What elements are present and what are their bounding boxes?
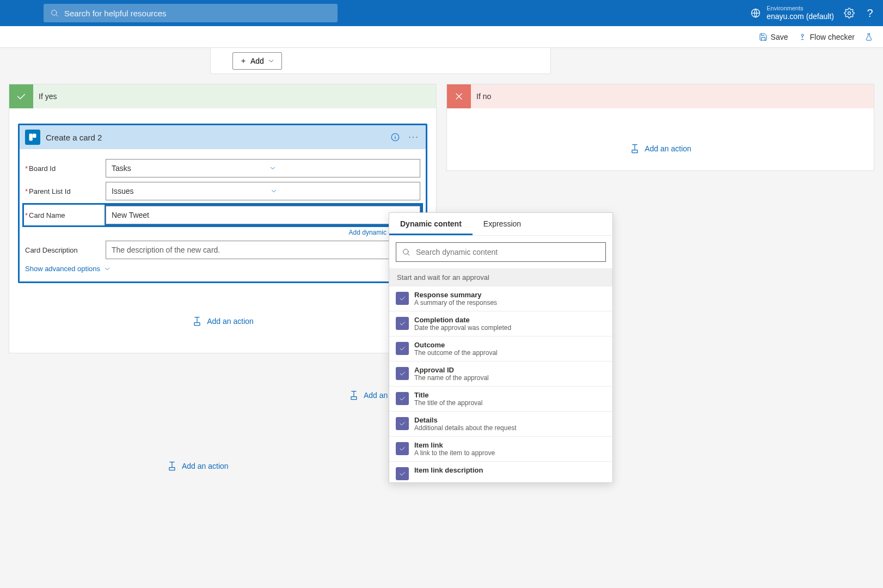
if-no-branch: If no Add an action: [446, 84, 874, 171]
approval-icon: [396, 467, 409, 480]
dc-item[interactable]: Item link description: [389, 462, 612, 482]
info-button[interactable]: [389, 131, 402, 144]
action-menu-button[interactable]: ···: [407, 131, 420, 144]
dc-item[interactable]: Item linkA link to the item to approve: [389, 437, 612, 462]
approval-icon: [396, 442, 409, 455]
card-description-label: Card Description: [25, 246, 106, 254]
settings-button[interactable]: [844, 8, 855, 19]
plus-icon: ＋: [240, 56, 247, 66]
global-search[interactable]: Search for helpful resources: [44, 4, 338, 22]
approval-icon: [396, 392, 409, 405]
command-bar: Save Flow checker: [0, 26, 883, 48]
dc-item[interactable]: TitleThe title of the approval: [389, 387, 612, 412]
gear-icon: [844, 8, 855, 19]
dc-item-desc: The name of the approval: [414, 374, 489, 382]
search-icon: [50, 9, 59, 17]
check-icon: [9, 84, 33, 108]
chevron-down-icon: [269, 164, 277, 172]
checker-icon: [798, 33, 807, 41]
svg-point-4: [801, 34, 804, 36]
trello-icon: [25, 130, 40, 145]
insert-step-icon: [629, 143, 640, 154]
card-description-input[interactable]: The description of the new card.: [106, 241, 420, 259]
test-button[interactable]: [864, 33, 873, 41]
dc-item[interactable]: Response summaryA summary of the respons…: [389, 286, 612, 311]
save-button[interactable]: Save: [759, 33, 788, 41]
add-action-after-condition[interactable]: Add an a: [348, 390, 394, 401]
show-advanced-options-toggle[interactable]: Show advanced options: [25, 265, 420, 273]
dynamic-content-popup: Dynamic content Expression Start and wai…: [389, 212, 613, 483]
dc-item-title: Response summary: [414, 291, 497, 299]
environment-name: enayu.com (default): [767, 12, 834, 21]
info-icon: [390, 132, 400, 142]
tab-expression[interactable]: Expression: [473, 213, 532, 235]
dc-item-title: Details: [414, 416, 516, 424]
dc-item[interactable]: OutcomeThe outcome of the approval: [389, 336, 612, 362]
help-button[interactable]: ?: [864, 8, 875, 19]
dc-item-desc: A summary of the responses: [414, 299, 497, 307]
dc-item[interactable]: Approval IDThe name of the approval: [389, 362, 612, 387]
dynamic-content-search[interactable]: [396, 242, 606, 262]
dc-item-desc: The title of the approval: [414, 399, 482, 407]
top-bar: Search for helpful resources Environment…: [0, 0, 883, 26]
svg-line-1: [56, 15, 58, 16]
add-condition-row-button[interactable]: ＋ Add: [232, 52, 282, 70]
board-id-select[interactable]: Tasks: [106, 159, 420, 177]
environments-label: Environments: [767, 5, 834, 12]
dc-item-desc: The outcome of the approval: [414, 349, 498, 357]
dynamic-content-list[interactable]: Response summaryA summary of the respons…: [389, 286, 612, 482]
svg-rect-6: [33, 134, 36, 138]
svg-rect-15: [632, 150, 637, 153]
parent-list-id-select[interactable]: Issues: [106, 182, 420, 200]
dc-item-desc: Date the approval was completed: [414, 324, 511, 332]
tab-dynamic-content[interactable]: Dynamic content: [389, 213, 473, 235]
dc-item[interactable]: Completion dateDate the approval was com…: [389, 311, 612, 336]
svg-rect-19: [351, 397, 357, 400]
environment-picker[interactable]: Environments enayu.com (default): [750, 5, 834, 21]
card-name-input[interactable]: New Tweet: [106, 206, 420, 224]
approval-icon: [396, 367, 409, 380]
action-card-header[interactable]: Create a card 2 ···: [20, 125, 426, 149]
chevron-down-icon: [103, 265, 111, 273]
approval-icon: [396, 417, 409, 430]
add-action-bottom[interactable]: Add an action: [167, 461, 229, 471]
close-icon: [447, 84, 471, 108]
insert-step-icon: [192, 316, 203, 327]
approval-icon: [396, 292, 409, 305]
card-name-label: *Card Name: [25, 211, 106, 219]
insert-step-icon: [167, 461, 177, 471]
create-a-card-2-action[interactable]: Create a card 2 ··· *Board Id Tasks: [18, 124, 427, 283]
if-yes-branch: If yes Create a card 2 ···: [9, 84, 437, 353]
condition-builder-peek: ＋ Add: [210, 48, 551, 74]
flow-checker-button[interactable]: Flow checker: [798, 33, 855, 41]
chevron-down-icon: [267, 57, 275, 65]
if-no-header: If no: [447, 84, 874, 108]
add-action-if-yes[interactable]: Add an action: [18, 316, 427, 327]
dc-item-title: Outcome: [414, 341, 498, 349]
add-dynamic-content-link[interactable]: Add dynamic content ▾: [25, 229, 420, 236]
save-icon: [759, 33, 768, 41]
dc-group-header: Start and wait for an approval: [389, 268, 612, 286]
dc-item[interactable]: DetailsAdditional details about the requ…: [389, 412, 612, 437]
dc-item-title: Item link description: [414, 466, 483, 474]
svg-point-3: [848, 12, 851, 15]
dynamic-content-search-input[interactable]: [416, 248, 600, 256]
globe-icon: [750, 8, 761, 19]
svg-rect-11: [194, 323, 200, 326]
search-icon: [402, 248, 410, 256]
dc-item-title: Item link: [414, 441, 495, 449]
insert-step-icon: [348, 390, 359, 401]
chevron-down-icon: [270, 187, 278, 195]
dc-item-title: Title: [414, 391, 482, 399]
svg-rect-21: [169, 468, 175, 470]
svg-line-17: [408, 254, 409, 255]
svg-rect-5: [29, 134, 32, 140]
search-placeholder: Search for helpful resources: [64, 9, 167, 18]
flask-icon: [864, 33, 873, 41]
dc-item-desc: A link to the item to approve: [414, 449, 495, 457]
dc-item-desc: Additional details about the request: [414, 424, 516, 432]
approval-icon: [396, 342, 409, 355]
add-action-if-no[interactable]: Add an action: [629, 143, 691, 154]
flow-designer-canvas[interactable]: ＋ Add If yes Create a: [0, 48, 883, 588]
dc-item-title: Approval ID: [414, 366, 489, 374]
